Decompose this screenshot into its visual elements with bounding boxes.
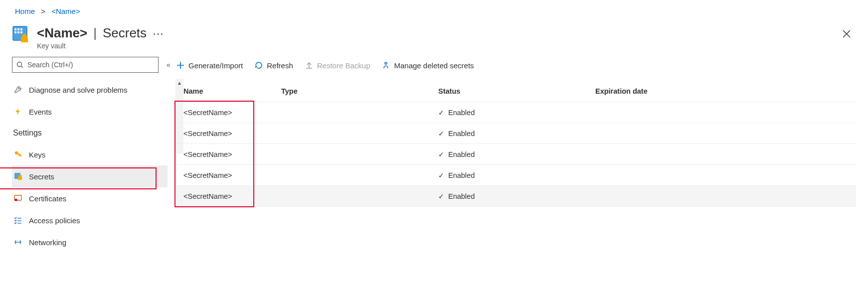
sidebar: « ▲ Diagnose and solve problems Events S… (0, 57, 161, 253)
wrench-icon (14, 86, 23, 94)
svg-point-8 (17, 62, 22, 67)
sidebar-item-label: Networking (29, 238, 66, 247)
sidebar-item-secrets[interactable]: Secrets (12, 165, 168, 187)
sidebar-item-label: Certificates (29, 194, 66, 203)
plus-icon (176, 61, 184, 69)
networking-icon (14, 238, 23, 246)
check-icon: ✓ (438, 150, 444, 158)
svg-rect-6 (20, 31, 22, 33)
col-header-status[interactable]: Status (438, 87, 595, 95)
generate-import-button[interactable]: Generate/Import (176, 61, 243, 70)
table-row[interactable]: <SecretName> ✓Enabled (176, 144, 856, 164)
table-header-row: Name Type Status Expiration date (176, 81, 856, 102)
check-icon: ✓ (438, 130, 444, 138)
breadcrumb: Home > <Name> (0, 0, 868, 22)
toolbar-label: Restore Backup (317, 61, 370, 70)
key-icon (14, 150, 23, 158)
main-pane: Generate/Import Refresh Restore Backup M… (161, 57, 868, 253)
sidebar-item-label: Events (29, 108, 52, 116)
toolbar-label: Manage deleted secrets (394, 61, 474, 70)
svg-rect-2 (17, 28, 19, 30)
svg-rect-4 (14, 31, 16, 33)
upload-icon (305, 61, 313, 69)
secret-name-link[interactable]: <SecretName> (183, 171, 232, 179)
table-row[interactable]: <SecretName> ✓Enabled (176, 123, 856, 144)
search-input-wrap[interactable] (12, 57, 159, 73)
sidebar-item-certificates[interactable]: Certificates (12, 187, 168, 209)
sidebar-heading-settings: Settings (12, 123, 168, 144)
sidebar-item-events[interactable]: Events (12, 101, 168, 123)
svg-point-10 (15, 151, 18, 154)
header-name: <Name> (37, 25, 87, 41)
toolbar: Generate/Import Refresh Restore Backup M… (176, 57, 856, 74)
status-text: Enabled (448, 109, 475, 117)
search-icon (16, 61, 23, 68)
toolbar-label: Refresh (267, 61, 293, 70)
check-icon: ✓ (438, 171, 444, 179)
svg-rect-1 (14, 28, 16, 30)
svg-rect-5 (17, 31, 19, 33)
check-icon: ✓ (438, 192, 444, 200)
refresh-button[interactable]: Refresh (255, 61, 293, 70)
secret-name-link[interactable]: <SecretName> (183, 130, 232, 138)
sidebar-item-label: Secrets (29, 172, 54, 181)
manage-icon (382, 61, 390, 69)
secret-name-link[interactable]: <SecretName> (183, 150, 232, 158)
header-section: Secrets (103, 25, 147, 41)
check-icon: ✓ (438, 109, 444, 117)
collapse-sidebar-icon[interactable]: « (167, 61, 171, 69)
status-text: Enabled (448, 192, 475, 200)
breadcrumb-separator: > (41, 7, 45, 15)
secret-name-link[interactable]: <SecretName> (183, 109, 232, 117)
col-header-type[interactable]: Type (281, 87, 438, 95)
sidebar-item-label: Keys (29, 150, 45, 159)
table-row[interactable]: <SecretName> ✓Enabled (176, 102, 856, 123)
header-subtitle: Key vault (37, 42, 838, 50)
page-header: <Name> | Secrets ⋯ Key vault (0, 22, 868, 52)
col-header-name[interactable]: Name (176, 87, 281, 95)
restore-backup-button: Restore Backup (305, 61, 370, 70)
svg-rect-12 (18, 176, 22, 180)
lightning-icon (14, 108, 23, 116)
svg-rect-3 (20, 28, 22, 30)
header-pipe: | (93, 25, 97, 41)
keyvault-icon (12, 25, 30, 43)
breadcrumb-home[interactable]: Home (15, 7, 35, 15)
secret-name-link[interactable]: <SecretName> (183, 192, 232, 200)
close-button[interactable] (838, 25, 855, 44)
secrets-table: Name Type Status Expiration date <Secret… (176, 81, 856, 207)
table-row[interactable]: <SecretName> ✓Enabled (176, 164, 856, 185)
manage-deleted-secrets-button[interactable]: Manage deleted secrets (382, 61, 474, 70)
more-menu-icon[interactable]: ⋯ (153, 26, 164, 40)
status-text: Enabled (448, 171, 475, 179)
toolbar-label: Generate/Import (188, 61, 243, 70)
table-row[interactable]: <SecretName> ✓Enabled (176, 185, 856, 206)
refresh-icon (255, 61, 263, 69)
sidebar-item-keys[interactable]: Keys (12, 144, 168, 165)
sidebar-item-diagnose[interactable]: Diagnose and solve problems (12, 79, 168, 101)
sidebar-item-access-policies[interactable]: Access policies (12, 209, 168, 231)
svg-point-14 (14, 198, 17, 201)
checklist-icon (14, 216, 23, 224)
sidebar-item-networking[interactable]: Networking (12, 231, 168, 253)
secrets-icon (14, 172, 23, 180)
status-text: Enabled (448, 130, 475, 138)
svg-line-9 (21, 66, 23, 68)
svg-rect-7 (21, 37, 28, 42)
breadcrumb-name[interactable]: <Name> (51, 7, 80, 15)
sidebar-item-label: Diagnose and solve problems (29, 86, 128, 94)
search-input[interactable] (27, 61, 154, 69)
status-text: Enabled (448, 150, 475, 158)
sidebar-item-label: Access policies (29, 216, 80, 225)
col-header-expiration[interactable]: Expiration date (595, 87, 856, 95)
certificate-icon (14, 194, 23, 202)
